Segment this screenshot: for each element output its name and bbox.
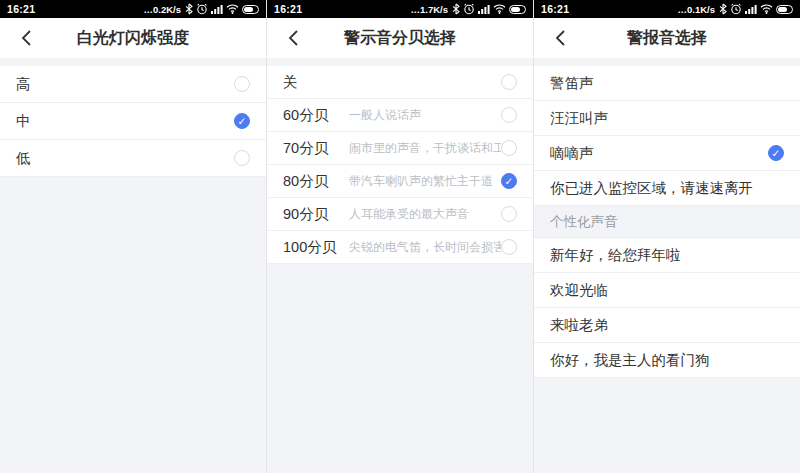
radio-unchecked-icon[interactable] <box>234 76 250 92</box>
list-item[interactable]: 90分贝人耳能承受的最大声音 <box>267 198 533 231</box>
item-description: 闹市里的声音，干扰谈话和工作 <box>349 140 501 157</box>
status-time: 16:21 <box>541 3 569 15</box>
radio-unchecked-icon[interactable] <box>501 74 517 90</box>
battery-icon <box>776 5 793 14</box>
back-button[interactable] <box>14 18 38 58</box>
header-gap <box>267 58 533 66</box>
section-header: 个性化声音 <box>534 206 800 238</box>
list-item[interactable]: 高 <box>0 66 266 103</box>
item-label: 低 <box>16 149 31 168</box>
cell-signal-icon <box>745 4 757 15</box>
list-item[interactable]: 60分贝一般人说话声 <box>267 99 533 132</box>
option-list: 高中✓低 <box>0 66 266 177</box>
list-item[interactable]: 100分贝尖锐的电气笛，长时间会损害听力 <box>267 231 533 264</box>
nav-bar: 白光灯闪烁强度 <box>0 18 266 58</box>
list-item[interactable]: 来啦老弟 <box>534 308 800 343</box>
network-speed: …1.7K/s <box>411 4 449 15</box>
empty-area <box>267 264 533 473</box>
radio-checked-icon[interactable]: ✓ <box>234 113 250 129</box>
list-item[interactable]: 低 <box>0 140 266 177</box>
item-label: 新年好，给您拜年啦 <box>550 246 681 265</box>
list-item[interactable]: 欢迎光临 <box>534 273 800 308</box>
item-description: 带汽车喇叭声的繁忙主干道 <box>349 173 501 190</box>
list-item[interactable]: 嘀嘀声✓ <box>534 136 800 171</box>
radio-unchecked-icon[interactable] <box>501 140 517 156</box>
nav-bar: 警报音选择 <box>534 18 800 58</box>
list-item[interactable]: 你已进入监控区域，请速速离开 <box>534 171 800 206</box>
item-label: 汪汪叫声 <box>550 109 608 128</box>
item-label: 来啦老弟 <box>550 316 608 335</box>
list-item[interactable]: 关 <box>267 66 533 99</box>
bluetooth-icon <box>185 3 193 15</box>
item-label: 关 <box>283 73 339 92</box>
item-label: 你好，我是主人的看门狗 <box>550 351 710 370</box>
item-label: 嘀嘀声 <box>550 144 594 163</box>
page-title: 警示音分贝选择 <box>344 28 456 49</box>
network-speed: …0.1K/s <box>678 4 716 15</box>
list-item[interactable]: 70分贝闹市里的声音，干扰谈话和工作 <box>267 132 533 165</box>
item-label: 60分贝 <box>283 106 339 125</box>
item-label: 中 <box>16 112 31 131</box>
radio-checked-icon[interactable]: ✓ <box>501 173 517 189</box>
empty-area <box>0 177 266 473</box>
battery-icon <box>509 5 526 14</box>
item-label: 警笛声 <box>550 74 594 93</box>
item-label: 欢迎光临 <box>550 281 608 300</box>
radio-unchecked-icon[interactable] <box>501 107 517 123</box>
screen-alert-decibel: 16:21 …1.7K/s 警示音分贝选择 关60分贝一般人说话声70分贝闹市里… <box>266 0 533 473</box>
alarm-clock-icon <box>463 3 475 15</box>
nav-bar: 警示音分贝选择 <box>267 18 533 58</box>
item-description: 一般人说话声 <box>349 107 501 124</box>
list-item[interactable]: 中✓ <box>0 103 266 140</box>
list-item[interactable]: 警笛声 <box>534 66 800 101</box>
option-list: 关60分贝一般人说话声70分贝闹市里的声音，干扰谈话和工作80分贝带汽车喇叭声的… <box>267 66 533 264</box>
page-title: 警报音选择 <box>627 28 707 49</box>
item-label: 高 <box>16 75 31 94</box>
bluetooth-icon <box>452 3 460 15</box>
item-description: 尖锐的电气笛，长时间会损害听力 <box>349 239 501 256</box>
alarm-clock-icon <box>730 3 742 15</box>
option-list: 警笛声汪汪叫声嘀嘀声✓你已进入监控区域，请速速离开个性化声音新年好，给您拜年啦欢… <box>534 66 800 378</box>
status-time: 16:21 <box>274 3 302 15</box>
status-time: 16:21 <box>7 3 35 15</box>
battery-icon <box>242 5 259 14</box>
page-title: 白光灯闪烁强度 <box>77 28 189 49</box>
status-bar: 16:21 …0.1K/s <box>534 0 800 18</box>
wifi-icon <box>493 4 506 14</box>
list-item[interactable]: 你好，我是主人的看门狗 <box>534 343 800 378</box>
list-item[interactable]: 汪汪叫声 <box>534 101 800 136</box>
radio-checked-icon[interactable]: ✓ <box>768 145 784 161</box>
cell-signal-icon <box>211 4 223 15</box>
item-description: 人耳能承受的最大声音 <box>349 206 501 223</box>
back-button[interactable] <box>548 18 572 58</box>
header-gap <box>534 58 800 66</box>
screen-white-light-flash: 16:21 …0.2K/s 白光灯闪烁强度 高中✓低 <box>0 0 266 473</box>
list-item[interactable]: 80分贝带汽车喇叭声的繁忙主干道✓ <box>267 165 533 198</box>
back-button[interactable] <box>281 18 305 58</box>
bluetooth-icon <box>719 3 727 15</box>
item-label: 80分贝 <box>283 172 339 191</box>
three-phone-screens: 16:21 …0.2K/s 白光灯闪烁强度 高中✓低 16:21 …1.7K/s <box>0 0 800 473</box>
section-label: 个性化声音 <box>550 213 618 231</box>
screen-alarm-sound: 16:21 …0.1K/s 警报音选择 警笛声汪汪叫声嘀嘀声✓你已进入监控区域，… <box>533 0 800 473</box>
status-bar: 16:21 …1.7K/s <box>267 0 533 18</box>
item-label: 90分贝 <box>283 205 339 224</box>
radio-unchecked-icon[interactable] <box>501 206 517 222</box>
cell-signal-icon <box>478 4 490 15</box>
radio-unchecked-icon[interactable] <box>501 239 517 255</box>
header-gap <box>0 58 266 66</box>
item-label: 你已进入监控区域，请速速离开 <box>550 179 753 198</box>
item-label: 70分贝 <box>283 139 339 158</box>
status-bar: 16:21 …0.2K/s <box>0 0 266 18</box>
empty-area <box>534 378 800 473</box>
wifi-icon <box>226 4 239 14</box>
network-speed: …0.2K/s <box>144 4 182 15</box>
radio-unchecked-icon[interactable] <box>234 150 250 166</box>
item-label: 100分贝 <box>283 238 339 257</box>
alarm-clock-icon <box>196 3 208 15</box>
wifi-icon <box>760 4 773 14</box>
list-item[interactable]: 新年好，给您拜年啦 <box>534 238 800 273</box>
